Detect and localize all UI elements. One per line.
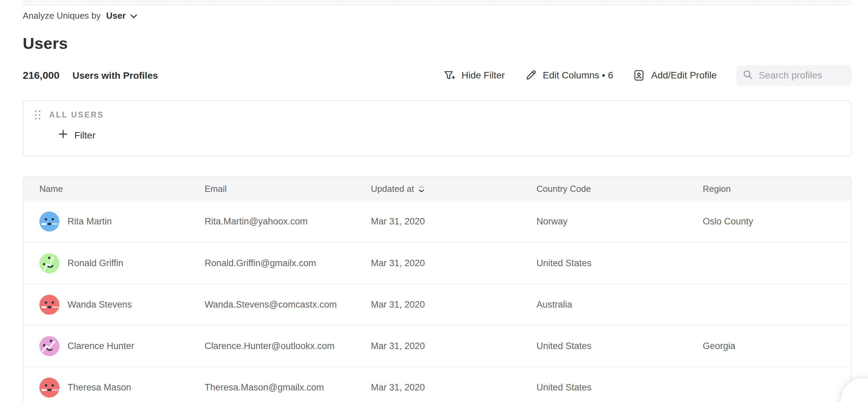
user-email-cell: Clarence.Hunter@outlookx.com [189,326,355,366]
users-table: Name Email Updated at Country Code Regio… [23,176,852,402]
filter-panel: ALL USERS Filter [23,100,852,157]
column-header-updated-at[interactable]: Updated at [355,177,521,201]
user-country-cell: United States [521,243,687,284]
table-row[interactable]: Clarence Hunter Clarence.Hunter@outlookx… [23,325,851,366]
user-region-cell: Oslo County [687,201,851,242]
user-email-cell: Rita.Martin@yahoox.com [189,201,355,242]
user-country-cell: Norway [521,201,687,242]
column-header-region[interactable]: Region [687,177,851,201]
profile-count-group: 216,000 Users with Profiles [23,70,158,81]
user-updated-at-cell: Mar 31, 2020 [355,367,521,402]
user-name: Clarence Hunter [68,341,134,351]
users-page: Analyze Uniques by User Users 216,000 Us… [0,0,868,402]
table-row[interactable]: Wanda Stevens Wanda.Stevens@comcastx.com… [23,284,851,325]
analyze-uniques-bar: Analyze Uniques by User [23,10,852,22]
analyze-by-dropdown[interactable]: User [106,11,137,21]
user-country-cell: United States [521,326,687,366]
user-email-cell: Wanda.Stevens@comcastx.com [189,284,355,325]
user-updated-at-cell: Mar 31, 2020 [355,201,521,242]
search-profiles-box[interactable] [736,65,852,86]
user-country-cell: United States [521,367,687,402]
add-filter-label: Filter [74,130,95,141]
drag-handle-icon[interactable] [35,110,40,120]
add-edit-profile-label: Add/Edit Profile [651,70,717,81]
hide-filter-label: Hide Filter [461,70,505,81]
hide-filter-button[interactable]: Hide Filter [443,69,505,81]
user-name-cell: Rita Martin [23,201,189,242]
plus-icon [58,129,68,142]
user-avatar [39,253,59,273]
toolbar: Hide Filter Edit Columns • 6 [443,65,852,86]
analyze-by-value: User [106,11,126,21]
user-region-cell [687,367,851,402]
user-name: Wanda Stevens [68,299,132,310]
user-region-cell [687,284,851,325]
stats-toolbar-row: 216,000 Users with Profiles Hide Filter [23,65,852,86]
column-header-country-code[interactable]: Country Code [521,177,687,201]
filter-group-header: ALL USERS [35,110,851,120]
user-avatar [39,295,59,315]
edit-columns-button[interactable]: Edit Columns • 6 [525,69,613,81]
profile-count: 216,000 [23,70,59,81]
user-name-cell: Theresa Mason [23,367,189,402]
user-region-cell [687,243,851,284]
table-row[interactable]: Theresa Mason Theresa.Mason@gmailx.com M… [23,366,851,402]
chevron-down-icon [130,11,137,21]
user-avatar [39,336,59,356]
edit-columns-label: Edit Columns • 6 [543,70,613,81]
table-row[interactable]: Ronald Griffin Ronald.Griffin@gmailx.com… [23,242,851,284]
sort-icon[interactable] [419,185,424,193]
page-title: Users [23,34,852,53]
user-avatar [39,212,59,232]
table-body: Rita Martin Rita.Martin@yahoox.com Mar 3… [23,201,851,402]
profile-card-icon [633,69,645,81]
user-name-cell: Wanda Stevens [23,284,189,325]
user-updated-at-cell: Mar 31, 2020 [355,284,521,325]
table-header-row: Name Email Updated at Country Code Regio… [23,177,851,201]
table-row[interactable]: Rita Martin Rita.Martin@yahoox.com Mar 3… [23,201,851,242]
filter-group-label: ALL USERS [49,110,104,120]
user-name: Theresa Mason [68,382,131,393]
add-filter-button[interactable]: Filter [58,129,95,142]
user-avatar [39,378,59,398]
user-name-cell: Ronald Griffin [23,243,189,284]
user-country-cell: Australia [521,284,687,325]
user-email-cell: Ronald.Griffin@gmailx.com [189,243,355,284]
collapsed-panel-edge [23,1,852,5]
user-name: Rita Martin [68,216,112,227]
add-edit-profile-button[interactable]: Add/Edit Profile [633,69,717,81]
analyze-uniques-label: Analyze Uniques by [23,11,101,21]
user-name: Ronald Griffin [68,258,124,269]
user-name-cell: Clarence Hunter [23,326,189,366]
user-email-cell: Theresa.Mason@gmailx.com [189,367,355,402]
user-region-cell: Georgia [687,326,851,366]
column-header-name[interactable]: Name [23,177,189,201]
user-updated-at-cell: Mar 31, 2020 [355,326,521,366]
funnel-plus-icon [443,69,455,81]
search-icon [742,69,753,81]
profile-count-label: Users with Profiles [72,70,158,81]
user-updated-at-cell: Mar 31, 2020 [355,243,521,284]
column-header-email[interactable]: Email [189,177,355,201]
search-profiles-input[interactable] [759,70,846,81]
pencil-icon [525,69,537,81]
